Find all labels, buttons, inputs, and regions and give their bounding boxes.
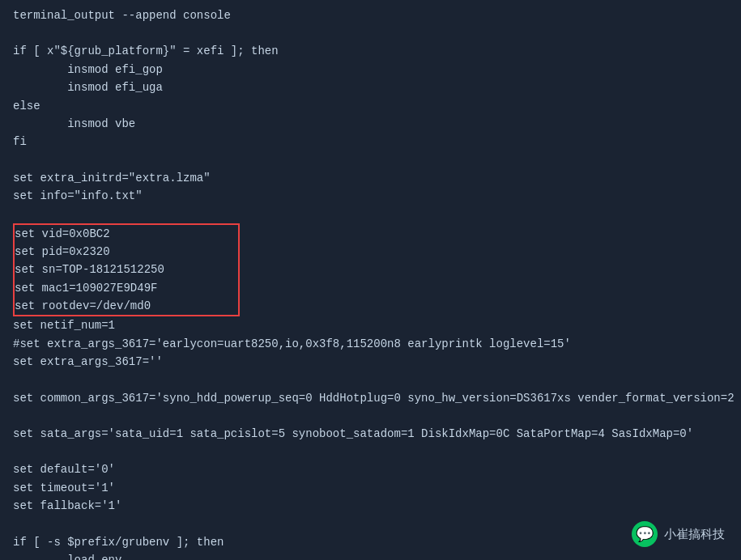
code-line: terminal_output --append console [13,6,728,24]
code-line: set rootdev=/dev/md0 [15,297,238,315]
watermark-icon: 💬 [632,521,658,547]
code-line [13,407,728,425]
code-line: set common_args_3617='syno_hdd_powerup_s… [13,389,728,407]
watermark-text: 小崔搞科技 [664,527,725,542]
code-line: else [13,97,728,115]
code-container: terminal_output --append console if [ x"… [0,0,741,560]
code-line: set sata_args='sata_uid=1 sata_pcislot=5… [13,425,728,443]
code-line: set sn=TOP-18121512250 [15,261,238,278]
code-line [13,515,728,533]
code-line: set extra_args_3617='' [13,353,728,371]
watermark: 💬 小崔搞科技 [632,521,725,547]
code-line: insmod efi_gop [13,61,728,78]
highlighted-block: set vid=0x0BC2set pid=0x2320set sn=TOP-1… [13,223,240,317]
code-line [13,371,728,389]
code-line: if [ -s $prefix/grubenv ]; then [13,533,728,551]
code-line [13,206,728,223]
code-line: set extra_initrd="extra.lzma" [13,169,728,187]
code-line: set fallback='1' [13,497,728,515]
code-line: set info="info.txt" [13,187,728,205]
code-line: set netif_num=1 [13,316,728,334]
code-line: insmod efi_uga [13,78,728,96]
code-line [13,443,728,460]
code-line: insmod vbe [13,115,728,133]
code-line: set default='0' [13,460,728,478]
code-line [13,151,728,169]
code-line [13,24,728,42]
code-line: set vid=0x0BC2 [15,225,238,243]
code-line: set pid=0x2320 [15,243,238,261]
code-line: load_env [13,551,728,560]
code-line: set mac1=109027E9D49F [15,279,238,297]
lines-wrapper: terminal_output --append console if [ x"… [13,6,728,560]
code-line: fi [13,133,728,151]
code-line: if [ x"${grub_platform}" = xefi ]; then [13,42,728,60]
code-line: set timeout='1' [13,479,728,497]
code-line: #set extra_args_3617='earlycon=uart8250,… [13,335,728,353]
